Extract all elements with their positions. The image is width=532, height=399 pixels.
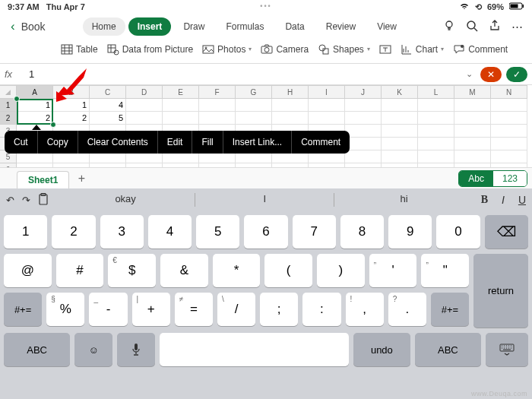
formula-confirm-button[interactable]: ✓ xyxy=(506,67,527,82)
cell[interactable] xyxy=(345,150,382,163)
key-rparen[interactable]: ) xyxy=(317,254,365,287)
ctx-cut[interactable]: Cut xyxy=(5,131,38,154)
key-return[interactable]: return xyxy=(473,254,528,328)
cell-B2[interactable]: 2 xyxy=(53,112,90,125)
cell[interactable] xyxy=(491,125,527,138)
cell[interactable] xyxy=(454,138,491,150)
add-sheet-button[interactable]: + xyxy=(72,169,90,188)
key-slash[interactable]: \/ xyxy=(217,293,255,326)
underline-button[interactable]: U xyxy=(518,194,526,206)
key-abc-right[interactable]: ABC xyxy=(415,333,481,366)
ctx-link[interactable]: Insert Link... xyxy=(223,131,292,154)
col-header-J[interactable]: J xyxy=(345,85,382,99)
kb-redo-icon[interactable]: ↷ xyxy=(22,195,30,206)
ctx-comment[interactable]: Comment xyxy=(292,131,350,154)
ribbon-photos[interactable]: Photos ▾ xyxy=(202,43,252,55)
cell[interactable] xyxy=(382,125,418,138)
formula-input[interactable]: 1 xyxy=(26,67,458,81)
bold-button[interactable]: B xyxy=(481,194,488,206)
cell[interactable] xyxy=(345,112,382,125)
key-4[interactable]: 4 xyxy=(148,215,192,249)
cell[interactable] xyxy=(272,112,309,125)
ribbon-data-picture[interactable]: Data from Picture xyxy=(107,43,193,55)
key-abc-left[interactable]: ABC xyxy=(4,333,70,366)
key-comma[interactable]: !, xyxy=(346,293,384,326)
suggestion-2[interactable]: I xyxy=(195,193,334,207)
key-minus[interactable]: _- xyxy=(89,293,127,326)
cell[interactable] xyxy=(418,125,454,138)
cell[interactable] xyxy=(163,112,199,125)
tab-view[interactable]: View xyxy=(368,17,406,36)
cell[interactable] xyxy=(309,99,345,112)
ribbon-table[interactable]: Table xyxy=(61,43,98,55)
key-6[interactable]: 6 xyxy=(244,215,287,249)
row-header-2[interactable]: 2 xyxy=(0,112,17,125)
col-header-A[interactable]: A xyxy=(17,85,53,99)
key-lparen[interactable]: ( xyxy=(264,254,312,287)
key-8[interactable]: 8 xyxy=(340,215,384,249)
ribbon-shapes[interactable]: Shapes ▾ xyxy=(318,43,370,55)
back-button[interactable]: ‹ xyxy=(6,19,20,34)
kb-paste-icon[interactable] xyxy=(38,193,49,207)
cell-C1[interactable]: 4 xyxy=(90,99,126,112)
key-at[interactable]: @ xyxy=(4,254,52,287)
key-star[interactable]: * xyxy=(213,254,261,287)
formula-expand[interactable]: ⌄ xyxy=(463,69,476,79)
cell[interactable] xyxy=(163,99,199,112)
ctx-clear[interactable]: Clear Contents xyxy=(78,131,158,154)
cell[interactable] xyxy=(491,99,527,112)
cell[interactable] xyxy=(199,99,236,112)
cell[interactable] xyxy=(272,99,309,112)
sheet-tab-1[interactable]: Sheet1 xyxy=(17,171,69,188)
key-period[interactable]: ?. xyxy=(388,293,426,326)
cell[interactable] xyxy=(236,112,272,125)
cell[interactable] xyxy=(382,138,418,150)
key-1[interactable]: 1 xyxy=(4,215,47,249)
key-semi[interactable]: ; xyxy=(260,293,298,326)
cell-D1[interactable] xyxy=(126,99,163,112)
key-mic[interactable] xyxy=(117,333,155,366)
key-quote[interactable]: „" xyxy=(421,254,469,287)
cell[interactable] xyxy=(418,138,454,150)
tab-insert[interactable]: Insert xyxy=(128,17,172,36)
search-icon[interactable] xyxy=(466,20,478,34)
cell[interactable] xyxy=(236,99,272,112)
key-7[interactable]: 7 xyxy=(293,215,336,249)
tab-review[interactable]: Review xyxy=(317,17,365,36)
ctx-copy[interactable]: Copy xyxy=(38,131,78,154)
back-label[interactable]: Book xyxy=(21,21,46,33)
col-header-M[interactable]: M xyxy=(454,85,491,99)
col-header-E[interactable]: E xyxy=(163,85,199,99)
cell[interactable] xyxy=(382,99,418,112)
col-header-B[interactable]: B xyxy=(53,85,90,99)
key-0[interactable]: 0 xyxy=(436,215,480,249)
cell-C2[interactable]: 5 xyxy=(90,112,126,125)
cell[interactable] xyxy=(418,150,454,163)
lightbulb-icon[interactable] xyxy=(443,20,455,34)
ribbon-camera[interactable]: Camera xyxy=(261,43,309,55)
key-plus[interactable]: |+ xyxy=(132,293,170,326)
key-colon[interactable]: : xyxy=(302,293,340,326)
key-equals[interactable]: ≠= xyxy=(175,293,213,326)
kb-undo-icon[interactable]: ↶ xyxy=(6,195,14,206)
ctx-fill[interactable]: Fill xyxy=(192,131,223,154)
tab-data[interactable]: Data xyxy=(276,17,313,36)
mode-123[interactable]: 123 xyxy=(493,171,527,186)
col-header-F[interactable]: F xyxy=(199,85,236,99)
cell[interactable] xyxy=(454,99,491,112)
keyboard-mode-toggle[interactable]: Abc 123 xyxy=(458,170,527,187)
ribbon-comment[interactable]: Comment xyxy=(453,43,508,55)
cell[interactable] xyxy=(454,150,491,163)
key-percent[interactable]: §% xyxy=(46,293,84,326)
share-icon[interactable] xyxy=(489,20,501,34)
italic-button[interactable]: I xyxy=(502,194,505,206)
cell-A2[interactable]: 2 xyxy=(17,112,53,125)
key-emoji[interactable]: ☺ xyxy=(74,333,112,366)
key-hide-keyboard[interactable] xyxy=(486,333,528,366)
cell[interactable] xyxy=(454,112,491,125)
formula-cancel-button[interactable]: ✕ xyxy=(480,67,502,82)
selection-handle-br[interactable] xyxy=(50,122,56,128)
tab-formulas[interactable]: Formulas xyxy=(217,17,273,36)
cell[interactable] xyxy=(454,125,491,138)
col-header-I[interactable]: I xyxy=(309,85,345,99)
